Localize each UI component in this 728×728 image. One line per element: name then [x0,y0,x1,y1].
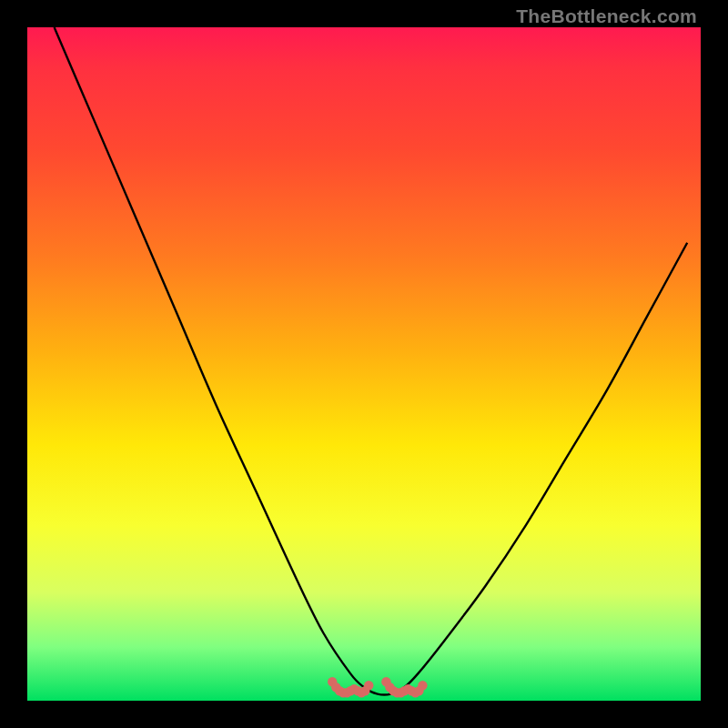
chart-frame: TheBottleneck.com [0,0,728,728]
curve-layer [27,27,701,701]
svg-point-10 [364,681,373,690]
plot-area [27,27,701,701]
svg-point-21 [418,681,427,690]
bottleneck-curve [55,27,688,695]
watermark-text: TheBottleneck.com [516,5,697,27]
cluster-left [328,677,373,697]
